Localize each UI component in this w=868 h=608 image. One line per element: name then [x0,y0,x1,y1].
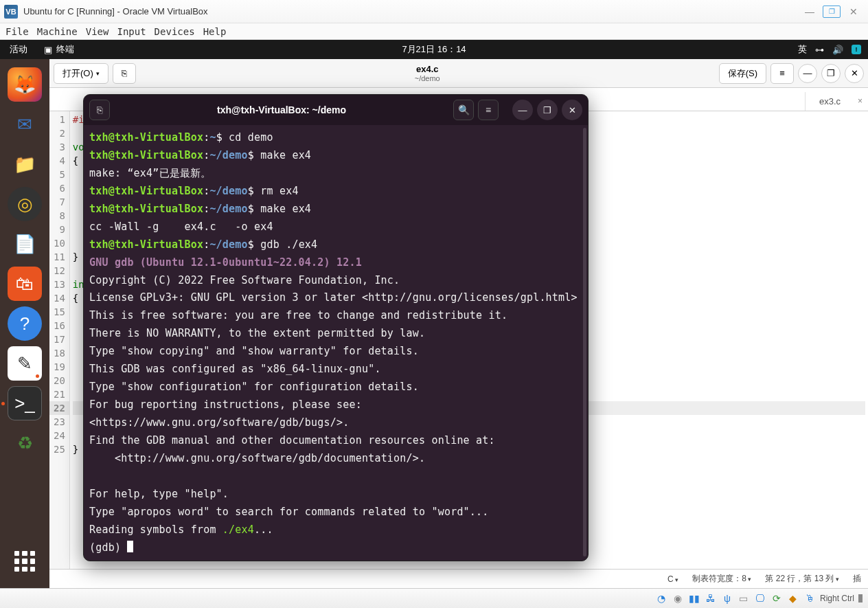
app-menu[interactable]: ▣ 终端 [37,43,81,56]
gedit-statusbar: C 制表符宽度：8 第 22 行，第 13 列 插 [49,569,868,588]
gedit-tab-ex3[interactable]: ex3.c× [805,92,868,111]
minimize-button[interactable]: — [799,4,820,19]
status-position[interactable]: 第 22 行，第 13 列 [765,573,839,585]
close-tab-icon[interactable]: × [858,96,863,106]
gedit-minimize[interactable]: — [798,64,817,83]
activities-button[interactable]: 活动 [0,43,37,56]
terminal-scrollbar[interactable] [583,128,586,556]
gedit-maximize[interactable]: ❐ [821,64,841,83]
line-gutter: 1234567891011121314151617181920212223242… [49,111,70,569]
volume-icon[interactable]: 🔊 [832,45,843,55]
hamburger-button[interactable]: ≡ [770,63,794,84]
network-icon[interactable]: ⊶ [815,45,824,55]
terminal-search[interactable]: 🔍 [453,100,474,120]
status-display-icon[interactable]: 🖵 [754,592,766,605]
menu-file[interactable]: File [5,26,29,37]
status-shared-icon[interactable]: ▭ [738,592,750,605]
clock[interactable]: 7月21日 16：14 [402,43,466,56]
gedit-close[interactable]: ✕ [845,64,864,83]
status-insert[interactable]: 插 [853,573,861,585]
terminal-headerbar: ⎘ txh@txh-VirtualBox: ~/demo 🔍 ≡ — ❐ ✕ [84,95,588,125]
status-tabwidth[interactable]: 制表符宽度：8 [692,573,751,585]
virtualbox-icon: VB [4,5,18,19]
ubuntu-dock: 🦊 ✉ 📁 ◎ 📄 🛍 ? ✎ >_ ♻ [0,59,49,588]
menu-help[interactable]: Help [203,26,227,37]
status-rec-icon[interactable]: ⟳ [770,592,783,605]
system-tray: 英 ⊶ 🔊 [798,43,868,56]
status-hdd-icon[interactable]: ◔ [655,592,667,605]
dock-files[interactable]: 📁 [8,147,42,181]
status-usb-icon[interactable]: ψ [721,592,733,605]
status-audio-icon[interactable]: ▮▮ [688,592,700,605]
gedit-subtitle: ~/demo [140,74,715,82]
notification-badge[interactable] [852,45,861,54]
dock-rhythmbox[interactable]: ◎ [8,187,42,221]
menu-devices[interactable]: Devices [155,26,195,37]
dock-writer[interactable]: 📄 [8,227,42,261]
menu-view[interactable]: View [86,26,109,37]
status-mouse-icon[interactable]: 🖰 [803,592,816,605]
virtualbox-title: Ubuntu for C [Running] - Oracle VM Virtu… [23,6,797,16]
host-key-label: Right Ctrl [820,594,854,603]
virtualbox-statusbar: ◔ ◉ ▮▮ 🖧 ψ ▭ 🖵 ⟳ ◆ 🖰 Right Ctrl [0,588,868,608]
host-key-led [858,594,863,603]
dock-texteditor[interactable]: ✎ [8,346,42,381]
new-terminal-tab[interactable]: ⎘ [89,100,110,120]
terminal-menu[interactable]: ≡ [478,100,499,120]
status-cpu-icon[interactable]: ◆ [787,592,799,605]
menu-machine[interactable]: Machine [37,26,78,37]
terminal-body[interactable]: txh@txh-VirtualBox:~$ cd demotxh@txh-Vir… [84,125,588,561]
save-button[interactable]: 保存(S) [719,63,766,84]
menu-input[interactable]: Input [117,26,146,37]
terminal-maximize[interactable]: ❐ [537,100,558,120]
dock-thunderbird[interactable]: ✉ [8,107,42,142]
dock-terminal[interactable]: >_ [8,386,42,420]
terminal-title: txh@txh-VirtualBox: ~/demo [114,104,449,115]
app-menu-label: 终端 [56,43,74,56]
status-lang[interactable]: C [667,574,678,584]
ubuntu-topbar: 活动 ▣ 终端 7月21日 16：14 英 ⊶ 🔊 [0,40,868,59]
terminal-close[interactable]: ✕ [562,100,582,120]
dock-trash[interactable]: ♻ [8,426,42,460]
maximize-button[interactable]: ❐ [823,5,841,18]
virtualbox-titlebar: VB Ubuntu for C [Running] - Oracle VM Vi… [0,0,868,23]
input-method-indicator[interactable]: 英 [798,43,807,56]
status-cd-icon[interactable]: ◉ [672,592,684,605]
dock-software[interactable]: 🛍 [8,267,42,301]
open-button[interactable]: 打开(O)▾ [54,63,108,84]
gedit-headerbar: 打开(O)▾ ⎘ ex4.c ~/demo 保存(S) ≡ — ❐ ✕ [49,59,868,88]
gedit-title: ex4.c [140,64,715,74]
virtualbox-menubar: File Machine View Input Devices Help [0,23,868,40]
terminal-minimize[interactable]: — [512,100,533,120]
dock-apps-grid[interactable] [8,544,42,578]
terminal-topbar-icon: ▣ [44,45,52,55]
terminal-window: ⎘ txh@txh-VirtualBox: ~/demo 🔍 ≡ — ❐ ✕ t… [83,94,589,561]
dock-help[interactable]: ? [8,306,42,341]
close-button[interactable]: ✕ [843,4,864,19]
new-tab-button[interactable]: ⎘ [113,63,136,84]
status-net-icon[interactable]: 🖧 [705,592,717,605]
dock-firefox[interactable]: 🦊 [8,67,42,102]
